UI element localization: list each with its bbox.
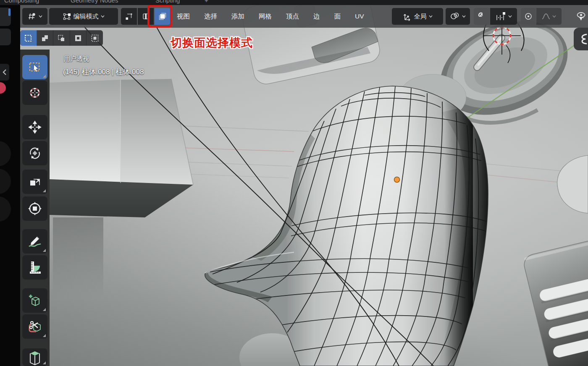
- cursor-tool-icon: [28, 86, 42, 99]
- chevron-down-icon: [429, 15, 433, 18]
- edit-mode-icon: [63, 13, 71, 20]
- annotation-highlight-box: [147, 4, 172, 28]
- topbar: Compositing Geometry Nodes Scripting +: [0, 0, 588, 5]
- snap-target-dropdown[interactable]: [490, 8, 517, 25]
- select-difference-icon: [74, 34, 82, 42]
- tool-annotate[interactable]: [22, 229, 47, 254]
- view-perspective-label: 用户透视: [64, 55, 89, 63]
- select-op-difference[interactable]: [70, 30, 87, 46]
- header-menus: 视图 选择 添加 网格 顶点 边 面 UV: [177, 5, 364, 28]
- menu-uv[interactable]: UV: [355, 13, 364, 20]
- tool-cursor[interactable]: [22, 81, 47, 105]
- collapse-panel-button[interactable]: [0, 64, 9, 81]
- add-workspace-button[interactable]: +: [205, 0, 208, 4]
- proportional-edit-toggle[interactable]: [521, 8, 536, 25]
- select-op-set[interactable]: [20, 30, 37, 46]
- menu-add[interactable]: 添加: [231, 12, 244, 21]
- tool-select-box[interactable]: [22, 55, 47, 79]
- select-box-icon: [29, 61, 41, 73]
- mode-label: 编辑模式: [74, 13, 99, 21]
- orientation-axes-icon: [403, 12, 412, 21]
- select-intersect-icon: [91, 34, 99, 42]
- menu-face[interactable]: 面: [334, 12, 341, 21]
- tab-geometry-nodes[interactable]: Geometry Nodes: [71, 0, 118, 4]
- chevron-down-icon: [508, 15, 512, 18]
- chevron-down-icon: [552, 15, 556, 18]
- menu-vertex[interactable]: 顶点: [286, 12, 299, 21]
- annotation-text: 切换面选择模式: [171, 35, 253, 50]
- mode-dropdown[interactable]: 编辑模式: [49, 8, 118, 25]
- object-origin-dot: [394, 177, 400, 183]
- toolbar: [20, 50, 50, 366]
- select-op-extend[interactable]: [37, 30, 54, 46]
- left-edge-strip: [0, 5, 20, 366]
- menu-select[interactable]: 选择: [204, 12, 217, 21]
- rotate-tool-icon: [28, 146, 42, 160]
- red-status-dot: [0, 82, 6, 94]
- tool-move[interactable]: [22, 115, 47, 139]
- falloff-curve-icon: [542, 13, 550, 20]
- select-op-intersect[interactable]: [87, 30, 103, 46]
- menu-mesh[interactable]: 网格: [259, 12, 272, 21]
- tool-scale[interactable]: [22, 170, 47, 194]
- editor-type-icon: [27, 13, 37, 20]
- 3d-viewport[interactable]: 用户透视 (145) 柱体.008 | 柱体.008 切换面选择模式: [0, 0, 588, 366]
- move-tool-icon: [28, 120, 42, 134]
- dim-circle: [0, 196, 11, 222]
- partial-glyph-icon: [574, 28, 588, 50]
- tool-transform[interactable]: [22, 196, 47, 221]
- tool-extrude-region[interactable]: [22, 348, 47, 366]
- select-subtract-icon: [58, 34, 65, 42]
- annotate-tool-icon: [28, 234, 42, 248]
- right-edge-tab[interactable]: [574, 28, 588, 50]
- chevron-down-icon: [39, 15, 42, 18]
- transform-orientation-dropdown[interactable]: 全局: [392, 8, 443, 25]
- left-accent-mark: [8, 8, 10, 16]
- chevron-left-icon: [3, 69, 7, 75]
- menu-view[interactable]: 视图: [177, 12, 190, 21]
- menu-edge[interactable]: 边: [313, 12, 320, 21]
- snap-magnet-icon: [478, 12, 486, 21]
- tool-measure[interactable]: [22, 255, 47, 280]
- proportional-edit-icon: [525, 13, 532, 20]
- snap-increment-icon: [495, 12, 506, 21]
- transform-tool-icon: [28, 201, 42, 216]
- vertex-select-mode-button[interactable]: [121, 8, 137, 25]
- overlay-eye-icon: [576, 11, 588, 22]
- proportional-falloff-dropdown[interactable]: [536, 8, 562, 25]
- tool-rotate[interactable]: [22, 141, 47, 165]
- orientation-label: 全局: [414, 13, 427, 21]
- viewport-header: 编辑模式 视图 选择 添加 网格 顶点 边: [0, 5, 588, 28]
- left-partial-button[interactable]: [0, 29, 11, 45]
- snap-toggle-button[interactable]: [474, 8, 490, 25]
- chevron-down-icon: [101, 15, 105, 18]
- vertex-select-icon: [125, 12, 133, 21]
- overlay-eye-button[interactable]: [576, 8, 588, 25]
- select-set-icon: [24, 34, 32, 42]
- tab-compositing[interactable]: Compositing: [4, 0, 39, 4]
- tool-knife[interactable]: [22, 314, 47, 339]
- pivot-point-dropdown[interactable]: [446, 8, 470, 25]
- selection-info-label: (145) 柱体.008 | 柱体.008: [63, 67, 144, 77]
- editor-type-dropdown[interactable]: [22, 8, 47, 25]
- pivot-point-icon: [450, 12, 460, 21]
- extrude-region-icon: [28, 348, 42, 366]
- scale-tool-icon: [28, 175, 42, 188]
- select-operation-row: [20, 30, 103, 46]
- dim-circle: [0, 169, 11, 194]
- chevron-down-icon: [462, 15, 466, 18]
- tool-add-cube[interactable]: [22, 288, 47, 313]
- knife-scissors-icon: [28, 319, 42, 334]
- select-extend-icon: [41, 34, 49, 42]
- add-cube-icon: [28, 293, 42, 308]
- tab-scripting[interactable]: Scripting: [155, 0, 180, 4]
- measure-tool-icon: [28, 260, 42, 274]
- select-op-subtract[interactable]: [53, 30, 70, 46]
- dim-circle: [0, 141, 11, 166]
